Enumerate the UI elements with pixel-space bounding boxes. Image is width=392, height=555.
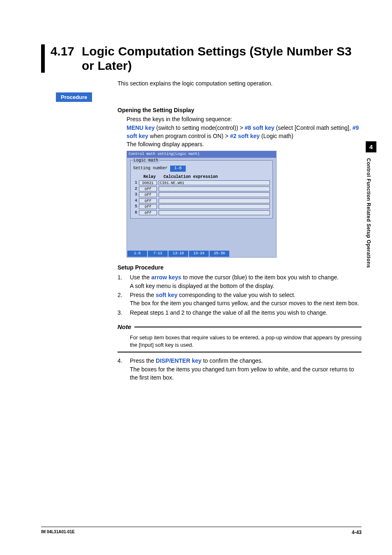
calc-expression-cell[interactable] bbox=[159, 192, 270, 197]
key-name: soft key bbox=[156, 292, 178, 298]
step-row: 3.Repeat steps 1 and 2 to change the val… bbox=[118, 309, 362, 317]
calc-expression-cell[interactable] bbox=[159, 210, 270, 215]
row-index: 2 bbox=[133, 186, 139, 192]
intro-text: This section explains the logic computat… bbox=[118, 80, 362, 87]
row-index: 3 bbox=[133, 192, 139, 198]
note-label-row: Note bbox=[118, 322, 362, 332]
step-row: 2.Press the soft key corresponding to th… bbox=[118, 291, 362, 308]
calc-expression-cell[interactable] bbox=[159, 187, 270, 191]
screenshot-tab[interactable]: 19-24 bbox=[189, 251, 209, 257]
step-text: Press the bbox=[130, 357, 156, 364]
row-index: 1 bbox=[133, 180, 139, 186]
row-index: 5 bbox=[133, 204, 139, 210]
footer-page-number: 4-43 bbox=[352, 530, 362, 535]
col-head-calc: Calculation expression bbox=[164, 174, 270, 180]
step-text: to confirm the changes. bbox=[201, 357, 263, 364]
screenshot-row: 1DO021CI01.NE.W01 bbox=[133, 180, 270, 186]
side-tab: 4 Control Function Related Setup Operati… bbox=[366, 141, 377, 268]
page-footer: IM 04L31A01-01E 4-43 bbox=[41, 527, 362, 535]
note-end-rule bbox=[118, 352, 362, 352]
disp-enter-key: DISP/ENTER key bbox=[156, 357, 201, 364]
relay-cell[interactable]: Off bbox=[139, 198, 157, 203]
seq-text: (Logic math) bbox=[260, 133, 293, 139]
screenshot-tab[interactable]: 13-18 bbox=[168, 251, 188, 257]
screenshot-row: 6Off bbox=[133, 210, 270, 216]
step-text: Repeat steps 1 and 2 to change the value… bbox=[130, 309, 327, 316]
calc-expression-cell[interactable] bbox=[159, 204, 270, 209]
step-number: 4. bbox=[118, 357, 130, 382]
footer-doc-id: IM 04L31A01-01E bbox=[41, 530, 75, 535]
section-title-row: 4.17 Logic Computation Settings (Style N… bbox=[41, 44, 362, 73]
col-head-relay: Relay bbox=[141, 174, 159, 180]
step-number: 1. bbox=[118, 273, 130, 290]
row-index: 4 bbox=[133, 198, 139, 204]
screenshot-titlebar: Control math setting(Logic math) bbox=[127, 151, 276, 157]
softkey-2: #2 soft key bbox=[230, 133, 260, 139]
screenshot-row: 5Off bbox=[133, 204, 270, 210]
screenshot-tab-bar: 1-67-1213-1819-2425-30 bbox=[127, 251, 276, 257]
screenshot-tab[interactable]: 25-30 bbox=[210, 251, 229, 257]
row-index: 6 bbox=[133, 210, 139, 216]
screenshot-tab[interactable]: 1-6 bbox=[127, 251, 147, 257]
step-row: 1.Use the arrow keys to move the cursor … bbox=[118, 273, 362, 290]
step-text: Use the bbox=[130, 274, 151, 281]
title-bar bbox=[41, 44, 45, 73]
key-sequence: MENU key (switch to setting mode(control… bbox=[127, 124, 362, 140]
opening-follows: The following display appears. bbox=[127, 140, 362, 148]
side-tab-label: Control Function Related Setup Operation… bbox=[366, 152, 371, 268]
step-body: Press the soft key corresponding to the … bbox=[130, 291, 362, 308]
relay-cell[interactable]: Off bbox=[139, 210, 157, 215]
screenshot-row: 2Off bbox=[133, 186, 270, 192]
seq-text: (select [Control math setting], bbox=[274, 124, 353, 131]
step-body: Repeat steps 1 and 2 to change the value… bbox=[130, 309, 362, 317]
screenshot-group-box: Logic math Setting number 1-6 Relay Calc… bbox=[130, 160, 273, 219]
section-number: 4.17 bbox=[51, 44, 74, 59]
screenshot-row: 4Off bbox=[133, 198, 270, 204]
screenshot-tab[interactable]: 7-12 bbox=[148, 251, 168, 257]
device-screenshot: Control math setting(Logic math) Logic m… bbox=[127, 151, 277, 258]
step-row: 4. Press the DISP/ENTER key to confirm t… bbox=[118, 357, 362, 382]
step-extra: The boxes for the items you changed turn… bbox=[130, 365, 362, 382]
key-name: arrow keys bbox=[151, 274, 181, 281]
seq-text: when program control is ON) > bbox=[148, 133, 230, 139]
step-extra: The box for the item you changed turns y… bbox=[130, 299, 362, 307]
calc-expression-cell[interactable] bbox=[159, 198, 270, 203]
step-extra: A soft key menu is displayed at the bott… bbox=[130, 282, 362, 290]
relay-cell[interactable]: Off bbox=[139, 204, 157, 209]
procedure-label: Procedure bbox=[56, 92, 92, 102]
setting-number-label: Setting number bbox=[133, 166, 168, 172]
relay-cell[interactable]: Off bbox=[139, 192, 157, 197]
step-body: Use the arrow keys to move the cursor (b… bbox=[130, 273, 362, 290]
note-rule bbox=[134, 327, 362, 327]
step-text: Press the bbox=[130, 292, 156, 298]
relay-cell[interactable]: Off bbox=[139, 187, 157, 191]
opening-lead: Press the keys in the following sequence… bbox=[127, 115, 362, 123]
screenshot-group-label: Logic math bbox=[132, 158, 159, 164]
step-number: 3. bbox=[118, 309, 130, 317]
menu-key: MENU key bbox=[127, 124, 154, 131]
seq-text: (switch to setting mode(control)) > bbox=[154, 124, 244, 131]
opening-heading: Opening the Setting Display bbox=[118, 106, 362, 114]
side-tab-chapter: 4 bbox=[366, 141, 376, 152]
softkey-8: #8 soft key bbox=[245, 124, 274, 131]
note-label: Note bbox=[118, 322, 131, 332]
screenshot-row: 3Off bbox=[133, 192, 270, 198]
setting-number-value[interactable]: 1-6 bbox=[170, 166, 186, 172]
step-number: 2. bbox=[118, 291, 130, 308]
calc-expression-cell[interactable]: CI01.NE.W01 bbox=[159, 180, 270, 185]
relay-cell[interactable]: DO021 bbox=[139, 180, 157, 185]
setup-heading: Setup Procedure bbox=[118, 263, 362, 272]
step-text: to move the cursor (blue) to the item bo… bbox=[181, 274, 339, 281]
section-title: Logic Computation Settings (Style Number… bbox=[82, 44, 362, 73]
note-body: For setup item boxes that require values… bbox=[130, 334, 362, 350]
step-text: corresponding to the value you wish to s… bbox=[178, 292, 295, 298]
